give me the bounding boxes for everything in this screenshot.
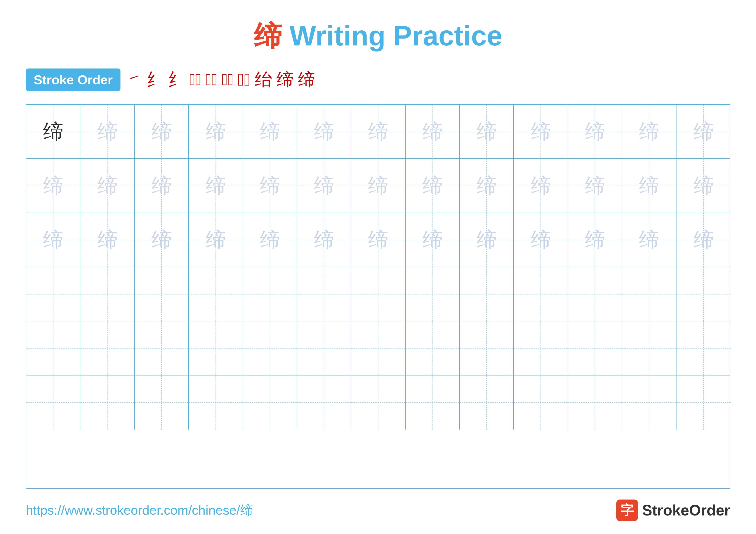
grid-cell[interactable]: 缔 bbox=[406, 105, 460, 159]
grid-cell[interactable] bbox=[460, 267, 514, 321]
grid-cell[interactable]: 缔 bbox=[243, 105, 297, 159]
grid-cell[interactable]: 缔 bbox=[80, 159, 134, 213]
grid-cell[interactable] bbox=[243, 267, 297, 321]
practice-char: 缔 bbox=[530, 226, 551, 254]
grid-cell[interactable] bbox=[460, 375, 514, 429]
grid-cell[interactable] bbox=[514, 267, 568, 321]
grid-cell[interactable]: 缔 bbox=[676, 105, 731, 159]
grid-cell[interactable] bbox=[80, 375, 134, 429]
stroke-2: 纟 bbox=[146, 68, 164, 91]
practice-char: 缔 bbox=[151, 172, 172, 200]
grid-cell[interactable] bbox=[676, 375, 731, 429]
grid-cell[interactable]: 缔 bbox=[622, 105, 676, 159]
grid-cell[interactable] bbox=[622, 267, 676, 321]
grid-cell[interactable] bbox=[80, 321, 134, 375]
grid-cell[interactable]: 缔 bbox=[135, 159, 189, 213]
grid-cell[interactable] bbox=[406, 267, 460, 321]
grid-cell[interactable]: 缔 bbox=[243, 213, 297, 267]
grid-cell[interactable]: 缔 bbox=[568, 159, 622, 213]
grid-cell[interactable]: 缔 bbox=[26, 105, 80, 159]
practice-char: 缔 bbox=[422, 226, 443, 254]
footer-url[interactable]: https://www.strokeorder.com/chinese/缔 bbox=[26, 502, 253, 519]
grid-cell[interactable]: 缔 bbox=[351, 213, 405, 267]
grid-cell[interactable]: 缔 bbox=[297, 213, 351, 267]
grid-cell[interactable]: 缔 bbox=[351, 159, 405, 213]
grid-cell[interactable] bbox=[351, 267, 405, 321]
grid-cell[interactable] bbox=[351, 375, 405, 429]
stroke-6: 纟̑ bbox=[222, 70, 233, 89]
grid-cell[interactable]: 缔 bbox=[568, 105, 622, 159]
practice-char: 缔 bbox=[585, 118, 605, 146]
practice-char: 缔 bbox=[476, 172, 497, 200]
grid-cell[interactable] bbox=[676, 267, 731, 321]
grid-cell[interactable]: 缔 bbox=[189, 105, 243, 159]
grid-cell[interactable] bbox=[243, 321, 297, 375]
grid-cell[interactable] bbox=[26, 375, 80, 429]
grid-cell[interactable] bbox=[135, 321, 189, 375]
grid-cell[interactable]: 缔 bbox=[80, 105, 134, 159]
grid-cell[interactable]: 缔 bbox=[26, 213, 80, 267]
grid-cell[interactable]: 缔 bbox=[460, 105, 514, 159]
grid-cell[interactable]: 缔 bbox=[622, 159, 676, 213]
grid-cell[interactable] bbox=[135, 375, 189, 429]
grid-cell[interactable] bbox=[514, 375, 568, 429]
grid-cell[interactable] bbox=[189, 321, 243, 375]
grid-cell[interactable]: 缔 bbox=[297, 159, 351, 213]
stroke-3: 纟 bbox=[168, 68, 185, 91]
grid-cell[interactable] bbox=[568, 267, 622, 321]
grid-cell[interactable] bbox=[676, 321, 731, 375]
stroke-sequence: ㇀ 纟 纟 纟̀ 纟̈ 纟̑ 纟̄ 绐 缔 缔 bbox=[127, 68, 315, 91]
grid-cell[interactable]: 缔 bbox=[568, 213, 622, 267]
grid-cell[interactable]: 缔 bbox=[26, 159, 80, 213]
grid-cell[interactable] bbox=[189, 375, 243, 429]
grid-cell[interactable]: 缔 bbox=[406, 159, 460, 213]
grid-cell[interactable]: 缔 bbox=[243, 159, 297, 213]
practice-char: 缔 bbox=[205, 172, 226, 200]
grid-cell[interactable]: 缔 bbox=[514, 159, 568, 213]
grid-cell[interactable]: 缔 bbox=[460, 213, 514, 267]
grid-cell[interactable]: 缔 bbox=[80, 213, 134, 267]
grid-cell[interactable]: 缔 bbox=[676, 159, 731, 213]
grid-cell[interactable]: 缔 bbox=[189, 213, 243, 267]
grid-cell[interactable]: 缔 bbox=[514, 105, 568, 159]
grid-cell[interactable]: 缔 bbox=[135, 105, 189, 159]
grid-cell[interactable] bbox=[406, 375, 460, 429]
grid-cell[interactable] bbox=[351, 321, 405, 375]
grid-cell[interactable]: 缔 bbox=[406, 213, 460, 267]
practice-char: 缔 bbox=[205, 226, 226, 254]
page-title: 缔 Writing Practice bbox=[254, 17, 502, 55]
grid-cell[interactable]: 缔 bbox=[189, 159, 243, 213]
grid-cell[interactable] bbox=[297, 267, 351, 321]
grid-cell[interactable]: 缔 bbox=[351, 105, 405, 159]
grid-cell[interactable] bbox=[80, 267, 134, 321]
grid-cell[interactable]: 缔 bbox=[622, 213, 676, 267]
grid-cell[interactable] bbox=[460, 321, 514, 375]
grid-cell[interactable] bbox=[622, 375, 676, 429]
grid-cell[interactable]: 缔 bbox=[297, 105, 351, 159]
grid-cell[interactable] bbox=[568, 375, 622, 429]
grid-cell[interactable] bbox=[568, 321, 622, 375]
practice-char: 缔 bbox=[639, 118, 659, 146]
practice-char: 缔 bbox=[422, 172, 443, 200]
grid-cell[interactable]: 缔 bbox=[514, 213, 568, 267]
grid-cell[interactable] bbox=[189, 267, 243, 321]
practice-char: 缔 bbox=[97, 226, 118, 254]
grid-cell[interactable]: 缔 bbox=[676, 213, 731, 267]
grid-cell[interactable] bbox=[622, 321, 676, 375]
grid-cell[interactable] bbox=[297, 375, 351, 429]
grid-cell[interactable] bbox=[514, 321, 568, 375]
grid-cell[interactable] bbox=[135, 267, 189, 321]
grid-cell[interactable] bbox=[297, 321, 351, 375]
practice-char: 缔 bbox=[693, 172, 714, 200]
grid-cell[interactable] bbox=[26, 321, 80, 375]
grid-cell[interactable] bbox=[243, 375, 297, 429]
grid-cell[interactable]: 缔 bbox=[135, 213, 189, 267]
grid-row-3: 缔 缔 缔 缔 缔 缔 缔 缔 缔 缔 缔 缔 缔 bbox=[26, 213, 730, 267]
practice-char: 缔 bbox=[260, 118, 280, 146]
footer-logo-char: 字 bbox=[621, 502, 634, 519]
grid-row-6 bbox=[26, 375, 730, 429]
grid-cell[interactable] bbox=[26, 267, 80, 321]
grid-cell[interactable]: 缔 bbox=[460, 159, 514, 213]
grid-cell[interactable] bbox=[406, 321, 460, 375]
practice-char: 缔 bbox=[639, 226, 659, 254]
